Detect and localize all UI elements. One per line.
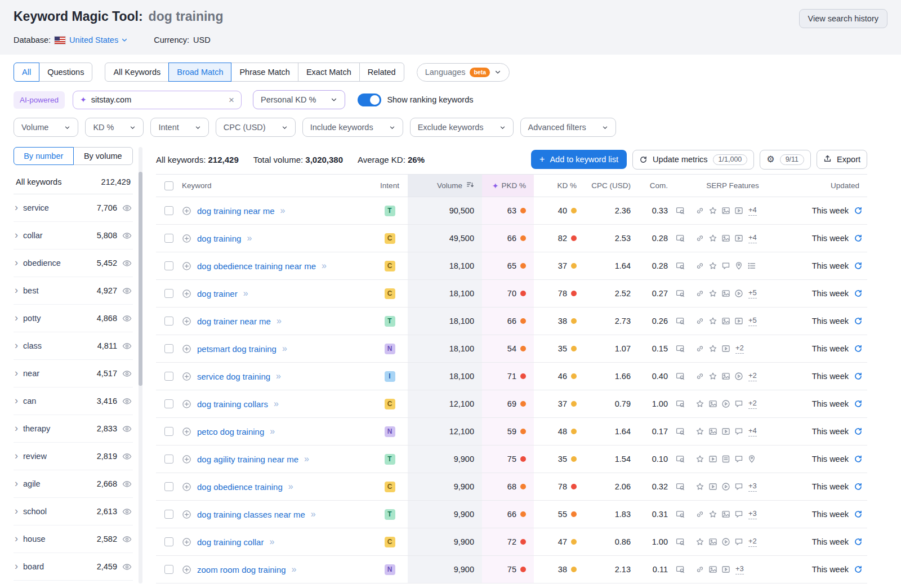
column-volume[interactable]: Volume (408, 175, 482, 197)
intent-badge[interactable]: N (385, 564, 395, 575)
eye-icon[interactable] (122, 341, 132, 351)
row-checkbox[interactable] (164, 317, 173, 326)
sitelinks-icon[interactable] (695, 510, 704, 519)
video-pack-icon[interactable] (721, 427, 730, 436)
image-pack-icon[interactable] (708, 537, 717, 546)
open-keyword-icon[interactable]: » (269, 537, 274, 547)
video-pack-icon[interactable] (721, 344, 730, 353)
keyword-link[interactable]: petsmart dog training (197, 344, 276, 354)
open-keyword-icon[interactable]: » (322, 261, 327, 271)
open-keyword-icon[interactable]: » (311, 509, 316, 519)
sidebar-group-obedience[interactable]: ›obedience5,452 (14, 250, 133, 277)
intent-badge[interactable]: C (385, 233, 395, 244)
column-com[interactable]: Com. (634, 175, 671, 197)
serp-preview-icon[interactable] (676, 317, 685, 326)
domain-input[interactable] (91, 95, 224, 104)
sidebar-group-best[interactable]: ›best4,927 (14, 277, 133, 305)
reviews-icon[interactable] (695, 427, 704, 436)
image-pack-icon[interactable] (721, 510, 730, 519)
eye-icon[interactable] (122, 424, 132, 434)
image-pack-icon[interactable] (721, 317, 730, 326)
sitelinks-icon[interactable] (695, 344, 704, 353)
video-icon[interactable] (721, 537, 730, 546)
sidebar-group-house[interactable]: ›house2,582 (14, 525, 133, 553)
show-ranking-toggle[interactable] (358, 93, 381, 106)
sitelinks-icon[interactable] (695, 289, 704, 298)
serp-preview-icon[interactable] (676, 344, 685, 353)
intent-badge[interactable]: C (385, 537, 395, 547)
column-kd[interactable]: KD % (534, 175, 580, 197)
intent-badge[interactable]: C (385, 261, 395, 271)
image-pack-icon[interactable] (721, 289, 730, 298)
intent-badge[interactable]: N (385, 426, 395, 437)
intent-badge[interactable]: N (385, 344, 395, 354)
eye-icon[interactable] (122, 507, 132, 516)
serp-preview-icon[interactable] (676, 455, 685, 464)
row-checkbox[interactable] (164, 344, 173, 353)
keyword-link[interactable]: dog training classes near me (197, 510, 305, 519)
keyword-link[interactable]: petco dog training (197, 427, 264, 436)
sidebar-group-review[interactable]: ›review2,819 (14, 443, 133, 470)
refresh-icon[interactable] (854, 455, 863, 464)
add-keyword-icon[interactable] (182, 399, 191, 409)
column-serp-features[interactable]: SERP Features (671, 175, 794, 197)
refresh-icon[interactable] (854, 565, 863, 574)
eye-icon[interactable] (122, 397, 132, 406)
export-button[interactable]: Export (817, 150, 867, 169)
keyword-link[interactable]: service dog training (197, 372, 270, 381)
row-checkbox[interactable] (164, 565, 173, 574)
serp-preview-icon[interactable] (676, 510, 685, 519)
faq-icon[interactable] (734, 482, 743, 491)
keyword-link[interactable]: dog trainer (197, 289, 238, 299)
local-pack-icon[interactable] (747, 455, 756, 464)
view-search-history-button[interactable]: View search history (799, 9, 887, 28)
keyword-link[interactable]: zoom room dog training (197, 565, 286, 574)
column-keyword[interactable]: Keyword (182, 175, 372, 197)
row-checkbox[interactable] (164, 427, 173, 436)
video-pack-icon[interactable] (708, 482, 717, 491)
sidebar-scrollbar[interactable] (139, 147, 142, 583)
sidebar-group-near[interactable]: ›near4,517 (14, 360, 133, 387)
sitelinks-icon[interactable] (695, 565, 704, 574)
add-keyword-icon[interactable] (182, 261, 191, 271)
keyword-link[interactable]: dog agility training near me (197, 455, 298, 464)
eye-icon[interactable] (122, 203, 132, 213)
intent-badge[interactable]: I (385, 371, 395, 382)
faq-icon[interactable] (734, 399, 743, 408)
sidebar-group-therapy[interactable]: ›therapy2,833 (14, 415, 133, 443)
serp-preview-icon[interactable] (676, 537, 685, 546)
row-checkbox[interactable] (164, 455, 173, 464)
intent-badge[interactable]: C (385, 482, 395, 492)
serp-preview-icon[interactable] (676, 482, 685, 491)
intent-badge[interactable]: T (385, 206, 395, 216)
eye-icon[interactable] (122, 562, 132, 572)
add-keyword-icon[interactable] (182, 565, 191, 574)
intent-badge[interactable]: T (385, 509, 395, 520)
video-pack-icon[interactable] (734, 234, 743, 243)
filter-kd[interactable]: KD % (85, 118, 144, 137)
serp-more-count[interactable]: +3 (748, 509, 757, 519)
open-keyword-icon[interactable]: » (274, 399, 279, 409)
tab-questions[interactable]: Questions (39, 63, 92, 82)
row-checkbox[interactable] (164, 482, 173, 491)
eye-icon[interactable] (122, 231, 132, 240)
sitelinks-icon[interactable] (695, 206, 704, 215)
serp-more-count[interactable]: +3 (748, 482, 757, 492)
add-keyword-icon[interactable] (182, 427, 191, 436)
intent-badge[interactable]: C (385, 399, 395, 409)
open-keyword-icon[interactable]: » (276, 371, 281, 381)
column-updated[interactable]: Updated (794, 175, 867, 197)
filter-intent[interactable]: Intent (150, 118, 208, 137)
serp-preview-icon[interactable] (676, 289, 685, 298)
video-pack-icon[interactable] (721, 565, 730, 574)
serp-more-count[interactable]: +4 (748, 206, 757, 216)
video-pack-icon[interactable] (734, 206, 743, 215)
intent-badge[interactable]: T (385, 316, 395, 327)
sitelinks-icon[interactable] (695, 234, 704, 243)
row-checkbox[interactable] (164, 261, 173, 270)
serp-more-count[interactable]: +4 (748, 233, 757, 243)
refresh-icon[interactable] (854, 427, 863, 436)
refresh-icon[interactable] (854, 372, 863, 381)
clear-input-icon[interactable]: × (229, 95, 234, 105)
sidebar-group-collar[interactable]: ›collar5,808 (14, 222, 133, 250)
